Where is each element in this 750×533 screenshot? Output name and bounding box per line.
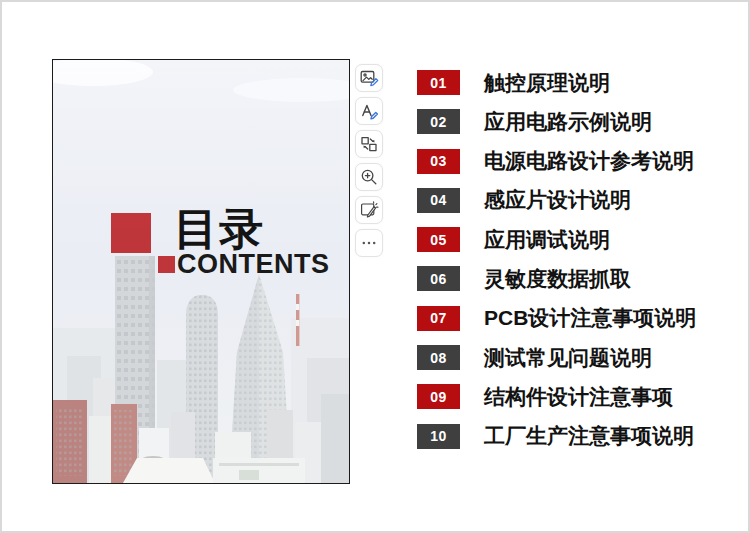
edit-picture-button[interactable] xyxy=(355,64,383,92)
zoom-in-button[interactable] xyxy=(355,163,383,191)
replace-picture-button[interactable] xyxy=(355,130,383,158)
red-square-small-decoration xyxy=(158,256,175,273)
toc-item[interactable]: 10工厂生产注意事项说明 xyxy=(417,424,696,449)
toc-item[interactable]: 08测试常见问题说明 xyxy=(417,345,696,370)
toc-list: 01触控原理说明02应用电路示例说明03电源电路设计参考说明04感应片设计说明0… xyxy=(417,70,696,449)
red-square-decoration xyxy=(111,213,151,253)
toc-item-number-badge: 09 xyxy=(417,384,460,409)
edit-text-icon xyxy=(359,101,379,121)
picture-floating-toolbar xyxy=(355,64,383,257)
smart-select-icon xyxy=(359,200,379,220)
toc-item-number-badge: 10 xyxy=(417,424,460,449)
toc-item-number-badge: 05 xyxy=(417,227,460,252)
toc-item-label: 电源电路设计参考说明 xyxy=(484,147,694,175)
toc-item-label: 结构件设计注意事项 xyxy=(484,383,673,411)
toc-item[interactable]: 02应用电路示例说明 xyxy=(417,109,696,134)
toc-item-label: 感应片设计说明 xyxy=(484,186,631,214)
toc-title-english: CONTENTS xyxy=(177,251,330,278)
edit-picture-icon xyxy=(359,68,379,88)
toc-item-number-badge: 01 xyxy=(417,70,460,95)
toc-item-label: 触控原理说明 xyxy=(484,69,610,97)
slide-canvas: 目录 CONTENTS xyxy=(0,0,750,533)
toc-item-number-badge: 02 xyxy=(417,109,460,134)
toc-item-label: 灵敏度数据抓取 xyxy=(484,265,631,293)
toc-item-label: 应用电路示例说明 xyxy=(484,108,652,136)
toc-item-label: 测试常见问题说明 xyxy=(484,344,652,372)
more-options-button[interactable] xyxy=(355,229,383,257)
toc-item-label: 工厂生产注意事项说明 xyxy=(484,422,694,450)
zoom-in-icon xyxy=(359,167,379,187)
toc-item[interactable]: 01触控原理说明 xyxy=(417,70,696,95)
toc-title-chinese: 目录 xyxy=(174,207,264,251)
toc-item[interactable]: 09结构件设计注意事项 xyxy=(417,384,696,409)
toc-item-label: 应用调试说明 xyxy=(484,226,610,254)
smart-select-button[interactable] xyxy=(355,196,383,224)
toc-item[interactable]: 03电源电路设计参考说明 xyxy=(417,149,696,174)
toc-item[interactable]: 05应用调试说明 xyxy=(417,227,696,252)
toc-item[interactable]: 04感应片设计说明 xyxy=(417,188,696,213)
replace-picture-icon xyxy=(359,134,379,154)
edit-text-button[interactable] xyxy=(355,97,383,125)
toc-item[interactable]: 07PCB设计注意事项说明 xyxy=(417,306,696,331)
toc-item-number-badge: 08 xyxy=(417,345,460,370)
toc-item-number-badge: 07 xyxy=(417,306,460,331)
toc-item-label: PCB设计注意事项说明 xyxy=(484,304,696,332)
toc-item-number-badge: 04 xyxy=(417,188,460,213)
city-skyline-photo[interactable]: 目录 CONTENTS xyxy=(52,59,350,484)
toc-item-number-badge: 06 xyxy=(417,266,460,291)
toc-title-block[interactable]: 目录 CONTENTS xyxy=(53,60,349,483)
more-options-icon xyxy=(359,233,379,253)
toc-item-number-badge: 03 xyxy=(417,149,460,174)
toc-item[interactable]: 06灵敏度数据抓取 xyxy=(417,266,696,291)
